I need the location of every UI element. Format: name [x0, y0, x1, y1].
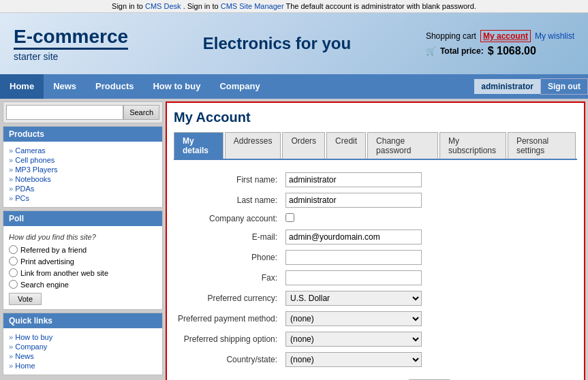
search-input[interactable] — [6, 105, 123, 120]
sidebar-products: Products Cameras Cell phones MP3 Players… — [3, 126, 163, 208]
poll-label-4: Search engine — [20, 281, 69, 289]
tab-credit[interactable]: Credit — [326, 132, 366, 159]
tab-personalsettings[interactable]: Personal settings — [508, 132, 576, 159]
table-row: Preferred payment method: (none) Credit … — [174, 308, 577, 329]
poll-radio-4[interactable] — [9, 280, 18, 289]
topbar-signin: Sign in to — [187, 2, 219, 10]
nav-item-howtobuy[interactable]: How to buy — [143, 74, 210, 99]
quicklinks-title: Quick links — [3, 313, 162, 328]
ok-cell: OK — [281, 370, 577, 380]
table-row: Fax: — [174, 268, 577, 288]
nav-item-products[interactable]: Products — [86, 74, 143, 99]
wishlist-link[interactable]: My wishlist — [535, 31, 574, 41]
search-box: Search — [3, 101, 163, 123]
fax-input[interactable] — [285, 270, 422, 285]
page-title: My Account — [174, 110, 577, 125]
quicklink-howtobuy[interactable]: How to buy — [9, 332, 157, 342]
quicklinks-content: How to buy Company News Home — [3, 328, 162, 375]
header-right: Shopping cart My account My wishlist 🛒 T… — [426, 30, 574, 57]
tab-subscriptions[interactable]: My subscriptions — [439, 132, 506, 159]
tab-orders[interactable]: Orders — [282, 132, 325, 159]
table-row: First name: — [174, 170, 577, 190]
fax-field — [281, 268, 577, 288]
quicklink-news[interactable]: News — [9, 351, 157, 361]
quicklink-company[interactable]: Company — [9, 342, 157, 351]
total-label: Total price: — [440, 46, 484, 56]
payment-field: (none) Credit Card PayPal — [281, 308, 577, 329]
phone-input[interactable] — [285, 250, 422, 265]
cart-icon: 🛒 — [426, 46, 436, 56]
cms-desk-link[interactable]: CMS Desk — [145, 2, 181, 10]
shipping-field: (none) Standard Express — [281, 329, 577, 349]
table-row: OK — [174, 370, 577, 380]
sidebar-link-notebooks[interactable]: Notebooks — [9, 174, 157, 184]
nav-item-home[interactable]: Home — [0, 74, 44, 99]
nav: Home News Products How to buy Company ad… — [0, 74, 588, 99]
email-input[interactable] — [285, 229, 422, 244]
sidebar: Search Products Cameras Cell phones MP3 … — [3, 101, 163, 380]
shipping-select[interactable]: (none) Standard Express — [285, 332, 422, 347]
table-row: Country/state: (none) United States Unit… — [174, 349, 577, 370]
table-row: Last name: — [174, 190, 577, 210]
fax-label: Fax: — [174, 268, 281, 288]
cms-manager-link[interactable]: CMS Site Manager — [221, 2, 284, 10]
poll-radio-2[interactable] — [9, 257, 18, 266]
sidebar-link-pdas[interactable]: PDAs — [9, 184, 157, 193]
currency-select[interactable]: U.S. Dollar Euro GBP — [285, 291, 422, 306]
quicklink-home[interactable]: Home — [9, 361, 157, 370]
nav-username: administrator — [474, 79, 540, 94]
lastname-field — [281, 190, 577, 210]
lastname-input[interactable] — [285, 193, 422, 208]
tab-changepassword[interactable]: Change password — [367, 132, 438, 159]
poll-radio-1[interactable] — [9, 245, 18, 254]
poll-option-1: Referred by a friend — [9, 244, 157, 255]
payment-select[interactable]: (none) Credit Card PayPal — [285, 311, 422, 326]
total-row: 🛒 Total price: $ 1068.00 — [426, 45, 574, 57]
poll-label-2: Print advertising — [20, 257, 74, 266]
email-field — [281, 227, 577, 247]
firstname-label: First name: — [174, 170, 281, 190]
poll-question: How did you find this site? — [9, 230, 157, 244]
signout-button[interactable]: Sign out — [540, 78, 588, 95]
logo-area: E-commerce starter site — [14, 26, 128, 62]
header: E-commerce starter site Electronics for … — [0, 13, 588, 74]
products-links: Cameras Cell phones MP3 Players Notebook… — [3, 142, 162, 207]
nav-item-news[interactable]: News — [44, 74, 86, 99]
sidebar-link-pcs[interactable]: PCs — [9, 193, 157, 203]
nav-right: administrator Sign out — [474, 78, 588, 95]
search-button[interactable]: Search — [123, 105, 159, 120]
tab-addresses[interactable]: Addresses — [225, 132, 281, 159]
poll-content: How did you find this site? Referred by … — [3, 226, 162, 309]
cart-label: Shopping cart — [426, 31, 476, 41]
poll-radio-3[interactable] — [9, 268, 18, 277]
table-row: E-mail: — [174, 227, 577, 247]
company-checkbox[interactable] — [285, 213, 294, 222]
shipping-label: Preferred shipping option: — [174, 329, 281, 349]
poll-option-4: Search engine — [9, 279, 157, 290]
main-layout: Search Products Cameras Cell phones MP3 … — [0, 99, 588, 380]
sidebar-link-cameras[interactable]: Cameras — [9, 146, 157, 155]
sidebar-link-cellphones[interactable]: Cell phones — [9, 155, 157, 165]
sidebar-link-mp3[interactable]: MP3 Players — [9, 165, 157, 174]
firstname-input[interactable] — [285, 172, 422, 187]
country-field: (none) United States United Kingdom — [281, 349, 577, 370]
table-row: Company account: — [174, 210, 577, 227]
my-account-link[interactable]: My account — [480, 30, 531, 42]
firstname-field — [281, 170, 577, 190]
company-label: Company account: — [174, 210, 281, 227]
header-tagline: Electronics for you — [128, 34, 426, 53]
payment-label: Preferred payment method: — [174, 308, 281, 329]
company-field — [281, 210, 577, 227]
phone-label: Phone: — [174, 247, 281, 268]
vote-button[interactable]: Vote — [9, 293, 42, 305]
nav-item-company[interactable]: Company — [210, 74, 269, 99]
country-label: Country/state: — [174, 349, 281, 370]
table-row: Preferred currency: U.S. Dollar Euro GBP — [174, 288, 577, 308]
poll-option-3: Link from another web site — [9, 267, 157, 279]
tab-mydetails[interactable]: My details — [174, 132, 223, 159]
country-select[interactable]: (none) United States United Kingdom — [285, 352, 422, 367]
shopping-cart-row: Shopping cart My account My wishlist — [426, 30, 574, 42]
logo-title: E-commerce — [14, 26, 128, 48]
lastname-label: Last name: — [174, 190, 281, 210]
topbar-default: The default account is administrator wit… — [285, 2, 476, 10]
